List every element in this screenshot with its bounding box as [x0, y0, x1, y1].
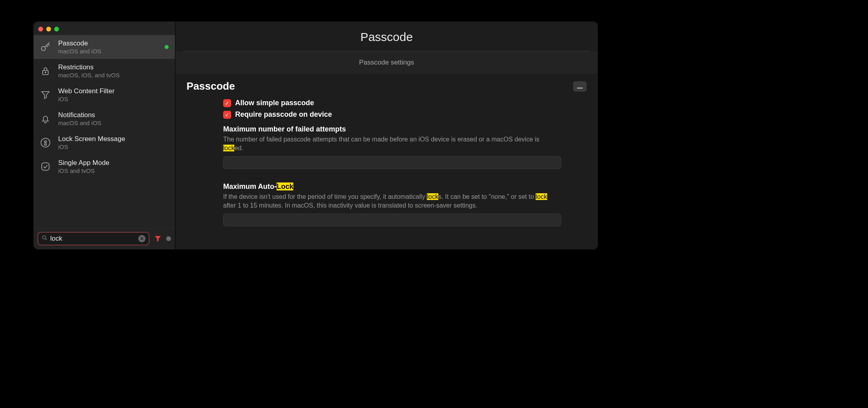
window-minimize-button[interactable] [46, 27, 51, 31]
sidebar-item-single-app-mode[interactable]: Single App Mode iOS and tvOS [33, 155, 175, 178]
sidebar-item-subtitle: macOS and iOS [58, 48, 160, 55]
sidebar-item-label: Lock Screen Message [58, 135, 169, 143]
svg-rect-5 [42, 163, 49, 171]
svg-point-4 [45, 141, 47, 143]
filter-button[interactable] [153, 234, 162, 243]
sidebar-item-subtitle: iOS [58, 143, 169, 150]
clear-search-button[interactable]: ✕ [138, 235, 145, 242]
passcode-form: ✓ Allow simple passcode ✓ Require passco… [187, 97, 587, 229]
search-icon [41, 235, 48, 243]
section-title: Passcode [187, 80, 235, 92]
page-subheader: Passcode settings [175, 51, 598, 74]
collapse-button[interactable] [573, 81, 587, 92]
checkbox-require-passcode[interactable]: ✓ [223, 111, 231, 119]
field-max-auto-lock: Maximum Auto-Lock If the device isn't us… [223, 171, 561, 229]
sidebar-item-passcode[interactable]: Passcode macOS and iOS [33, 35, 175, 59]
field-label: Maximum Auto-Lock [223, 182, 561, 191]
sidebar-item-web-content-filter[interactable]: Web Content Filter iOS [33, 83, 175, 107]
sidebar-item-label: Notifications [58, 111, 169, 119]
funnel-icon [37, 87, 53, 103]
checkbox-label: Allow simple passcode [235, 99, 314, 107]
max-auto-lock-input[interactable] [223, 214, 561, 226]
svg-rect-7 [577, 88, 583, 88]
sidebar-item-restrictions[interactable]: Restrictions macOS, iOS, and tvOS [33, 59, 175, 83]
sidebar-item-subtitle: macOS and iOS [58, 120, 169, 126]
app-window: Passcode macOS and iOS Restrictions macO… [33, 22, 598, 249]
bell-icon [37, 111, 53, 127]
sidebar-footer: ✕ [33, 228, 175, 249]
sidebar-item-label: Web Content Filter [58, 87, 169, 95]
sidebar-item-subtitle: iOS [58, 96, 169, 102]
search-input[interactable] [50, 235, 136, 243]
field-description: The number of failed passcode attempts t… [223, 133, 561, 152]
sidebar-item-label: Passcode [58, 39, 160, 47]
sidebar-item-label: Single App Mode [58, 159, 169, 167]
checkbox-row[interactable]: ✓ Allow simple passcode [223, 97, 561, 109]
window-zoom-button[interactable] [54, 27, 59, 31]
sidebar-item-subtitle: macOS, iOS, and tvOS [58, 72, 169, 78]
max-failed-attempts-input[interactable] [223, 156, 561, 169]
check-square-icon [37, 159, 53, 175]
minus-icon [577, 83, 583, 90]
key-icon [37, 39, 53, 55]
search-field-wrap[interactable]: ✕ [37, 232, 149, 245]
passcode-section: Passcode ✓ Allow simple passcode ✓ Requi… [175, 74, 598, 235]
sidebar-item-notifications[interactable]: Notifications macOS and iOS [33, 107, 175, 131]
sidebar-item-subtitle: iOS and tvOS [58, 167, 169, 174]
svg-point-6 [43, 236, 46, 239]
checkbox-row[interactable]: ✓ Require passcode on device [223, 109, 561, 120]
page-title: Passcode [175, 22, 598, 51]
sidebar: Passcode macOS and iOS Restrictions macO… [33, 22, 175, 249]
checkbox-label: Require passcode on device [235, 110, 332, 119]
window-titlebar [33, 22, 175, 33]
main-panel: Passcode Passcode settings Passcode ✓ Al… [175, 22, 598, 249]
sidebar-item-label: Restrictions [58, 63, 169, 71]
svg-point-0 [41, 47, 45, 51]
window-close-button[interactable] [38, 27, 43, 31]
status-dot-icon [165, 45, 169, 49]
field-label: Maximum number of failed attempts [223, 125, 561, 133]
checkbox-allow-simple[interactable]: ✓ [223, 99, 231, 107]
svg-point-2 [45, 72, 46, 73]
field-max-failed-attempts: Maximum number of failed attempts The nu… [223, 120, 561, 171]
sidebar-list: Passcode macOS and iOS Restrictions macO… [33, 33, 175, 228]
keyhole-icon [37, 135, 53, 151]
status-indicator-icon [166, 236, 171, 241]
field-description: If the device isn't used for the period … [223, 191, 561, 210]
lock-icon [37, 63, 53, 79]
sidebar-item-lock-screen-message[interactable]: Lock Screen Message iOS [33, 131, 175, 155]
